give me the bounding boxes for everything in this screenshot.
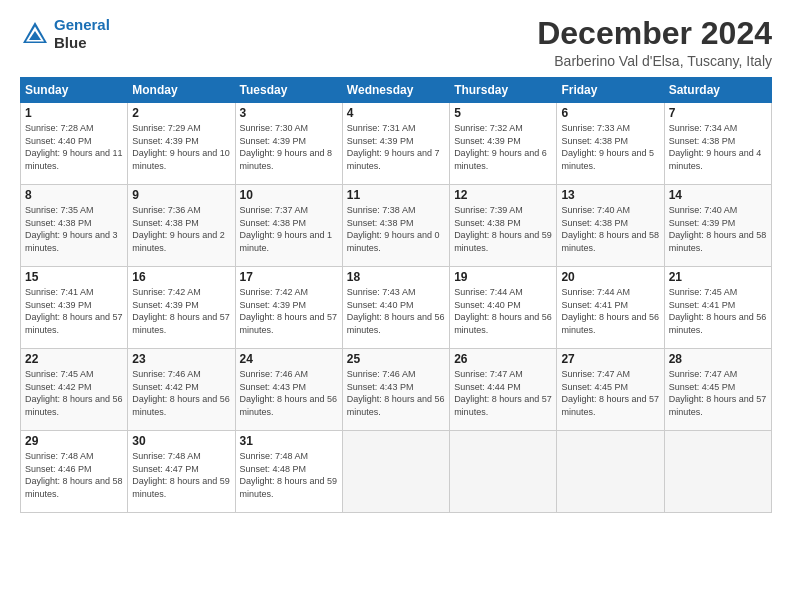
calendar-cell: 13Sunrise: 7:40 AMSunset: 4:38 PMDayligh…	[557, 185, 664, 267]
day-number: 24	[240, 352, 338, 366]
calendar-cell	[557, 431, 664, 513]
day-number: 19	[454, 270, 552, 284]
day-number: 26	[454, 352, 552, 366]
day-detail: Sunrise: 7:38 AMSunset: 4:38 PMDaylight:…	[347, 205, 440, 253]
day-detail: Sunrise: 7:43 AMSunset: 4:40 PMDaylight:…	[347, 287, 445, 335]
calendar-cell: 16Sunrise: 7:42 AMSunset: 4:39 PMDayligh…	[128, 267, 235, 349]
calendar-cell: 19Sunrise: 7:44 AMSunset: 4:40 PMDayligh…	[450, 267, 557, 349]
col-header-thursday: Thursday	[450, 78, 557, 103]
subtitle: Barberino Val d'Elsa, Tuscany, Italy	[537, 53, 772, 69]
calendar-cell: 9Sunrise: 7:36 AMSunset: 4:38 PMDaylight…	[128, 185, 235, 267]
logo: General Blue	[20, 16, 110, 52]
day-number: 21	[669, 270, 767, 284]
day-detail: Sunrise: 7:31 AMSunset: 4:39 PMDaylight:…	[347, 123, 440, 171]
week-row-3: 15Sunrise: 7:41 AMSunset: 4:39 PMDayligh…	[21, 267, 772, 349]
day-number: 4	[347, 106, 445, 120]
day-detail: Sunrise: 7:37 AMSunset: 4:38 PMDaylight:…	[240, 205, 333, 253]
calendar-cell: 22Sunrise: 7:45 AMSunset: 4:42 PMDayligh…	[21, 349, 128, 431]
calendar-cell: 30Sunrise: 7:48 AMSunset: 4:47 PMDayligh…	[128, 431, 235, 513]
day-detail: Sunrise: 7:36 AMSunset: 4:38 PMDaylight:…	[132, 205, 225, 253]
col-header-saturday: Saturday	[664, 78, 771, 103]
week-row-1: 1Sunrise: 7:28 AMSunset: 4:40 PMDaylight…	[21, 103, 772, 185]
calendar-cell: 26Sunrise: 7:47 AMSunset: 4:44 PMDayligh…	[450, 349, 557, 431]
day-detail: Sunrise: 7:48 AMSunset: 4:46 PMDaylight:…	[25, 451, 123, 499]
calendar-cell: 7Sunrise: 7:34 AMSunset: 4:38 PMDaylight…	[664, 103, 771, 185]
header-row: SundayMondayTuesdayWednesdayThursdayFrid…	[21, 78, 772, 103]
day-detail: Sunrise: 7:46 AMSunset: 4:43 PMDaylight:…	[240, 369, 338, 417]
day-number: 8	[25, 188, 123, 202]
day-number: 23	[132, 352, 230, 366]
day-number: 12	[454, 188, 552, 202]
col-header-wednesday: Wednesday	[342, 78, 449, 103]
col-header-monday: Monday	[128, 78, 235, 103]
calendar-cell: 20Sunrise: 7:44 AMSunset: 4:41 PMDayligh…	[557, 267, 664, 349]
day-detail: Sunrise: 7:48 AMSunset: 4:48 PMDaylight:…	[240, 451, 338, 499]
day-detail: Sunrise: 7:46 AMSunset: 4:42 PMDaylight:…	[132, 369, 230, 417]
day-detail: Sunrise: 7:39 AMSunset: 4:38 PMDaylight:…	[454, 205, 552, 253]
day-number: 27	[561, 352, 659, 366]
day-detail: Sunrise: 7:42 AMSunset: 4:39 PMDaylight:…	[240, 287, 338, 335]
calendar-cell	[664, 431, 771, 513]
col-header-friday: Friday	[557, 78, 664, 103]
col-header-tuesday: Tuesday	[235, 78, 342, 103]
day-detail: Sunrise: 7:44 AMSunset: 4:41 PMDaylight:…	[561, 287, 659, 335]
day-number: 31	[240, 434, 338, 448]
calendar-cell: 15Sunrise: 7:41 AMSunset: 4:39 PMDayligh…	[21, 267, 128, 349]
day-number: 2	[132, 106, 230, 120]
calendar-cell: 29Sunrise: 7:48 AMSunset: 4:46 PMDayligh…	[21, 431, 128, 513]
calendar-cell	[342, 431, 449, 513]
day-number: 10	[240, 188, 338, 202]
day-detail: Sunrise: 7:34 AMSunset: 4:38 PMDaylight:…	[669, 123, 762, 171]
day-detail: Sunrise: 7:45 AMSunset: 4:41 PMDaylight:…	[669, 287, 767, 335]
week-row-2: 8Sunrise: 7:35 AMSunset: 4:38 PMDaylight…	[21, 185, 772, 267]
calendar-cell: 8Sunrise: 7:35 AMSunset: 4:38 PMDaylight…	[21, 185, 128, 267]
day-detail: Sunrise: 7:42 AMSunset: 4:39 PMDaylight:…	[132, 287, 230, 335]
day-number: 20	[561, 270, 659, 284]
day-number: 7	[669, 106, 767, 120]
calendar-cell: 18Sunrise: 7:43 AMSunset: 4:40 PMDayligh…	[342, 267, 449, 349]
day-number: 14	[669, 188, 767, 202]
logo-text: General Blue	[54, 16, 110, 52]
calendar-cell: 4Sunrise: 7:31 AMSunset: 4:39 PMDaylight…	[342, 103, 449, 185]
calendar-cell: 6Sunrise: 7:33 AMSunset: 4:38 PMDaylight…	[557, 103, 664, 185]
title-block: December 2024 Barberino Val d'Elsa, Tusc…	[537, 16, 772, 69]
day-detail: Sunrise: 7:35 AMSunset: 4:38 PMDaylight:…	[25, 205, 118, 253]
calendar-cell: 1Sunrise: 7:28 AMSunset: 4:40 PMDaylight…	[21, 103, 128, 185]
day-number: 11	[347, 188, 445, 202]
day-detail: Sunrise: 7:47 AMSunset: 4:44 PMDaylight:…	[454, 369, 552, 417]
day-number: 30	[132, 434, 230, 448]
day-number: 28	[669, 352, 767, 366]
day-detail: Sunrise: 7:30 AMSunset: 4:39 PMDaylight:…	[240, 123, 333, 171]
calendar-cell: 31Sunrise: 7:48 AMSunset: 4:48 PMDayligh…	[235, 431, 342, 513]
calendar-cell: 10Sunrise: 7:37 AMSunset: 4:38 PMDayligh…	[235, 185, 342, 267]
day-detail: Sunrise: 7:47 AMSunset: 4:45 PMDaylight:…	[561, 369, 659, 417]
calendar-cell	[450, 431, 557, 513]
calendar-cell: 5Sunrise: 7:32 AMSunset: 4:39 PMDaylight…	[450, 103, 557, 185]
header: General Blue December 2024 Barberino Val…	[20, 16, 772, 69]
main-title: December 2024	[537, 16, 772, 51]
day-number: 5	[454, 106, 552, 120]
day-number: 13	[561, 188, 659, 202]
day-number: 3	[240, 106, 338, 120]
day-number: 22	[25, 352, 123, 366]
col-header-sunday: Sunday	[21, 78, 128, 103]
calendar-cell: 23Sunrise: 7:46 AMSunset: 4:42 PMDayligh…	[128, 349, 235, 431]
day-detail: Sunrise: 7:47 AMSunset: 4:45 PMDaylight:…	[669, 369, 767, 417]
logo-icon	[20, 19, 50, 49]
main-container: General Blue December 2024 Barberino Val…	[0, 0, 792, 523]
day-number: 15	[25, 270, 123, 284]
day-detail: Sunrise: 7:48 AMSunset: 4:47 PMDaylight:…	[132, 451, 230, 499]
calendar-cell: 17Sunrise: 7:42 AMSunset: 4:39 PMDayligh…	[235, 267, 342, 349]
day-number: 18	[347, 270, 445, 284]
day-detail: Sunrise: 7:45 AMSunset: 4:42 PMDaylight:…	[25, 369, 123, 417]
day-number: 1	[25, 106, 123, 120]
calendar-cell: 28Sunrise: 7:47 AMSunset: 4:45 PMDayligh…	[664, 349, 771, 431]
day-detail: Sunrise: 7:44 AMSunset: 4:40 PMDaylight:…	[454, 287, 552, 335]
day-number: 6	[561, 106, 659, 120]
calendar-cell: 12Sunrise: 7:39 AMSunset: 4:38 PMDayligh…	[450, 185, 557, 267]
day-detail: Sunrise: 7:46 AMSunset: 4:43 PMDaylight:…	[347, 369, 445, 417]
day-detail: Sunrise: 7:32 AMSunset: 4:39 PMDaylight:…	[454, 123, 547, 171]
day-number: 9	[132, 188, 230, 202]
day-detail: Sunrise: 7:28 AMSunset: 4:40 PMDaylight:…	[25, 123, 123, 171]
calendar-cell: 24Sunrise: 7:46 AMSunset: 4:43 PMDayligh…	[235, 349, 342, 431]
